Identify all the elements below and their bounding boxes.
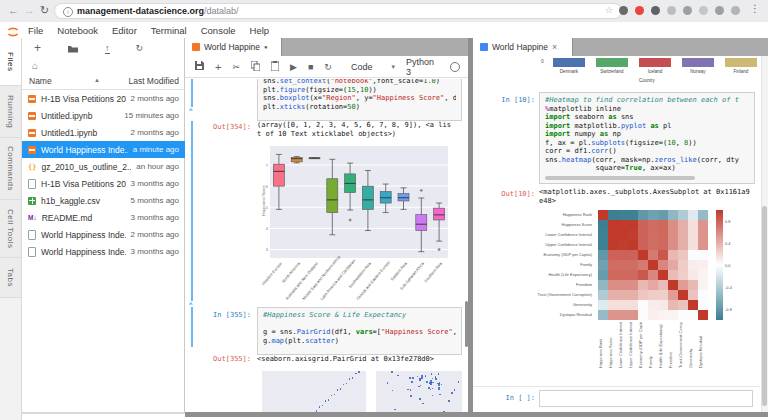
sidebar-tab-label: Files bbox=[6, 52, 15, 71]
heatmap-cell bbox=[678, 290, 688, 300]
heatmap-cell bbox=[618, 220, 628, 230]
right-scrollbar-thumb[interactable] bbox=[762, 206, 767, 406]
boxplot-ytick: 6 bbox=[260, 184, 268, 189]
tab-world-happiness-right[interactable]: World Happine × bbox=[473, 38, 573, 56]
code-cell-heatmap[interactable]: #Heatmap to find correlation between eac… bbox=[539, 92, 755, 184]
heatmap-cell bbox=[668, 250, 678, 260]
back-icon[interactable]: ← bbox=[8, 3, 19, 17]
menu-item-file[interactable]: File bbox=[28, 25, 43, 36]
empty-code-cell[interactable] bbox=[539, 390, 753, 407]
address-bar[interactable]: i management-datascience.org/datalab/ ☆ bbox=[54, 3, 622, 19]
paste-icon[interactable] bbox=[271, 61, 279, 73]
heatmap-cell bbox=[598, 240, 608, 250]
extension-icon[interactable] bbox=[651, 6, 660, 15]
new-launcher-icon[interactable]: + bbox=[34, 43, 41, 53]
menu-item-terminal[interactable]: Terminal bbox=[151, 25, 187, 36]
chevron-down-icon[interactable]: ▾ bbox=[391, 63, 395, 71]
sidebar-tab-files[interactable]: Files bbox=[0, 38, 21, 86]
file-row[interactable]: H-1B Visa Petitions 20...2 months ago bbox=[22, 90, 185, 107]
sidebar-tab-cell-tools[interactable]: Cell Tools bbox=[0, 200, 21, 258]
upload-icon[interactable]: ↑ bbox=[105, 43, 110, 54]
file-modified: 15 minutes ago bbox=[124, 111, 179, 120]
heatmap-cell bbox=[598, 230, 608, 240]
extension-icon[interactable] bbox=[667, 6, 676, 15]
boxplot-ytick: 4 bbox=[260, 226, 268, 231]
heatmap-col-label: Economy (GDP per Capita) bbox=[638, 322, 648, 368]
file-modified: 3 months ago bbox=[131, 247, 179, 256]
cell-hscrollbar[interactable] bbox=[545, 176, 695, 180]
menu-item-editor[interactable]: Editor bbox=[112, 25, 137, 36]
extension-icon[interactable] bbox=[699, 6, 708, 15]
heatmap-cell bbox=[608, 240, 618, 250]
file-row[interactable]: H-1B Visa Petitions 20...3 months ago bbox=[22, 175, 185, 192]
copy-icon[interactable] bbox=[251, 61, 260, 73]
cell-divider bbox=[473, 386, 760, 387]
heatmap-cell bbox=[618, 260, 628, 270]
heatmap-cell bbox=[618, 310, 628, 320]
kernel-name[interactable]: Python 3 bbox=[406, 57, 437, 77]
save-icon[interactable] bbox=[195, 61, 204, 72]
cell-type-select[interactable]: Code bbox=[351, 62, 373, 72]
code-line bbox=[263, 320, 456, 329]
file-row[interactable]: World Happiness Inde...2 months ago bbox=[22, 226, 185, 243]
extension-icon[interactable] bbox=[731, 6, 740, 15]
heatmap-cell bbox=[668, 300, 678, 310]
code-cell-pairgrid[interactable]: #Happiness Score & Life Expectancy g = s… bbox=[257, 307, 462, 355]
scatter-point bbox=[426, 381, 428, 383]
home-breadcrumb-icon[interactable]: ⌂ bbox=[32, 60, 38, 71]
menu-items: FileNotebookEditorTerminalConsoleHelp bbox=[28, 22, 269, 38]
notebook-file-icon bbox=[28, 112, 36, 120]
sidebar-tab-commands[interactable]: Commands bbox=[0, 138, 21, 200]
file-row[interactable]: {}gz_2010_us_outline_2...an hour ago bbox=[22, 158, 185, 175]
file-row[interactable]: World Happiness Inde...a minute ago bbox=[22, 141, 185, 158]
extension-icon[interactable] bbox=[715, 6, 724, 15]
restart-kernel-icon[interactable]: ↻ bbox=[324, 62, 332, 72]
file-row[interactable]: Untitled1.ipynb2 months ago bbox=[22, 124, 185, 141]
menu-item-console[interactable]: Console bbox=[201, 25, 236, 36]
refresh-icon[interactable]: ↻ bbox=[136, 43, 144, 53]
new-folder-icon[interactable] bbox=[67, 39, 79, 57]
extension-icon[interactable] bbox=[619, 6, 628, 15]
close-icon[interactable]: × bbox=[552, 42, 557, 52]
add-cell-icon[interactable]: + bbox=[215, 62, 221, 72]
browser-menu-icon[interactable]: ⋮ bbox=[750, 3, 760, 14]
run-icon[interactable]: ▶ bbox=[290, 62, 297, 72]
heatmap-cell bbox=[618, 270, 628, 280]
page-info-icon[interactable]: i bbox=[63, 7, 73, 17]
tab-world-happiness-main[interactable]: World Happine ● bbox=[185, 38, 282, 56]
main-scrollbar-thumb[interactable] bbox=[465, 301, 468, 347]
code-cell-boxplot[interactable]: sns.set_context("notebook",font_scale=1.… bbox=[257, 79, 462, 121]
cell-collapser[interactable] bbox=[191, 121, 193, 301]
heatmap-row bbox=[598, 280, 708, 290]
file-row[interactable]: M↓README.md3 months ago bbox=[22, 209, 185, 226]
extension-icon[interactable] bbox=[683, 6, 692, 15]
column-name[interactable]: Name bbox=[29, 76, 52, 86]
heatmap-cell bbox=[628, 250, 638, 260]
heatmap-cell bbox=[688, 310, 698, 320]
menu-item-help[interactable]: Help bbox=[250, 25, 270, 36]
file-row[interactable]: Untitled.ipynb15 minutes ago bbox=[22, 107, 185, 124]
heatmap-cell bbox=[598, 290, 608, 300]
cell-collapser[interactable] bbox=[191, 79, 193, 107]
menu-item-notebook[interactable]: Notebook bbox=[57, 25, 98, 36]
sidebar-tab-tabs[interactable]: Tabs bbox=[0, 258, 21, 298]
cut-icon[interactable]: ✂ bbox=[232, 62, 240, 72]
file-row[interactable]: h1b_kaggle.csv5 months ago bbox=[22, 192, 185, 209]
heatmap-cell bbox=[618, 240, 628, 250]
sort-asc-icon[interactable]: ▲ bbox=[94, 77, 100, 83]
forward-icon[interactable]: → bbox=[24, 3, 35, 17]
column-modified[interactable]: Last Modified bbox=[128, 76, 179, 86]
heatmap-cell bbox=[598, 220, 608, 230]
stop-icon[interactable]: ■ bbox=[308, 62, 313, 72]
file-list: H-1B Visa Petitions 20...2 months agoUnt… bbox=[22, 90, 185, 260]
bar-label: Denmark bbox=[549, 69, 589, 74]
cell-collapser[interactable] bbox=[191, 307, 193, 347]
extension-icon[interactable] bbox=[635, 6, 644, 15]
heatmap-cell bbox=[668, 280, 678, 290]
heatmap-cell bbox=[618, 250, 628, 260]
collapser-caret-icon[interactable]: ^ bbox=[189, 107, 193, 113]
reload-icon[interactable]: ↻ bbox=[40, 3, 49, 17]
file-row[interactable]: World Happiness Inde...3 months ago bbox=[22, 243, 185, 260]
bookmark-star-icon[interactable]: ☆ bbox=[605, 5, 613, 15]
sidebar-tab-running[interactable]: Running bbox=[0, 86, 21, 138]
